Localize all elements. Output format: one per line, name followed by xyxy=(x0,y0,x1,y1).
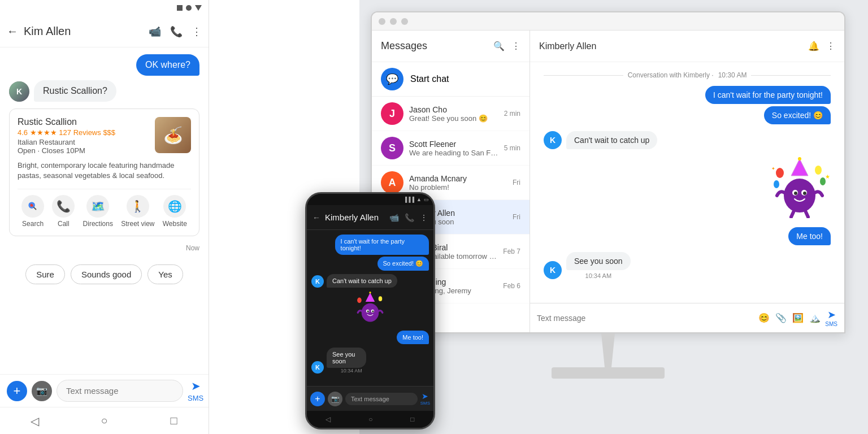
desktop-background: Messages 🔍 ⋮ 💬 Start chat xyxy=(359,0,868,434)
conv-info-scott: Scott Fleener We are heading to San Fran… xyxy=(409,140,498,157)
nav-bar: ◁ ○ □ xyxy=(0,407,209,434)
center-add-button[interactable]: + xyxy=(310,392,325,406)
recents-nav-button[interactable]: □ xyxy=(164,411,184,431)
center-home-nav[interactable]: ○ xyxy=(368,415,372,423)
send-icon: ➤ xyxy=(191,379,201,393)
center-back-nav[interactable]: ◁ xyxy=(326,415,331,423)
center-nav-bar: ◁ ○ □ xyxy=(307,411,433,428)
desktop-send-icon: ➤ xyxy=(827,309,836,321)
desktop-received-row-2: K See you soon 10:34 AM xyxy=(544,252,631,279)
conv-item-scott[interactable]: S Scott Fleener We are heading to San Fr… xyxy=(372,131,530,166)
conversation-timestamp: Conversation with Kimberly · 10:30 AM xyxy=(544,71,831,79)
smart-reply-sure[interactable]: Sure xyxy=(25,264,65,284)
phone-header: ← Kim Allen 📹 📞 ⋮ xyxy=(0,16,209,47)
sidebar-more-icon[interactable]: ⋮ xyxy=(511,41,520,51)
image-icon[interactable]: 🏔️ xyxy=(809,313,821,323)
call-action[interactable]: 📞 Call xyxy=(52,195,75,228)
desktop-message-input[interactable] xyxy=(537,314,754,323)
smart-replies: Sure Sounds good Yes xyxy=(0,259,209,290)
center-avatar-1: K xyxy=(311,275,324,288)
svg-point-7 xyxy=(815,166,822,175)
center-phone-icon[interactable]: 📞 xyxy=(405,213,414,222)
attachment-icon[interactable]: 📎 xyxy=(775,313,787,323)
input-bar: + 📷 ➤ SMS xyxy=(0,374,209,407)
received-bubble-1: Rustic Scallion? xyxy=(34,80,116,102)
search-action[interactable]: Search xyxy=(21,195,44,228)
center-sent-3: Me too! xyxy=(397,331,429,344)
gif-icon[interactable]: 🖼️ xyxy=(792,313,804,323)
center-back-button[interactable]: ← xyxy=(313,213,320,222)
conv-avatar-scott: S xyxy=(381,137,403,159)
home-nav-button[interactable]: ○ xyxy=(94,411,115,431)
svg-marker-17 xyxy=(366,293,375,302)
place-description: Bright, contemporary locale featuring ha… xyxy=(18,160,191,181)
place-card: Rustic Scallion 4.6 ★★★★ 127 Reviews $$$… xyxy=(9,108,199,236)
contact-name: Kim Allen xyxy=(24,25,143,38)
center-sticker xyxy=(353,291,387,327)
sent-group-1: I can't wait for the party tonight! So e… xyxy=(544,86,831,124)
website-label: Website xyxy=(163,220,187,228)
send-button[interactable]: ➤ SMS xyxy=(188,379,203,402)
center-msg-time: 10:34 AM xyxy=(327,368,376,374)
header-icons: 📹 📞 ⋮ xyxy=(149,25,202,38)
desktop-sent-bubble-2: So excited! 😊 xyxy=(764,106,831,124)
center-header-icons: 📹 📞 ⋮ xyxy=(389,213,428,222)
main-contact-name: Kimberly Allen xyxy=(539,41,596,51)
svg-point-14 xyxy=(803,192,806,195)
svg-line-3 xyxy=(34,207,36,210)
center-send-button[interactable]: ➤ SMS xyxy=(420,392,430,406)
add-button[interactable]: + xyxy=(7,381,27,401)
start-chat-label: Start chat xyxy=(410,74,449,84)
svg-point-10 xyxy=(784,179,815,212)
main-header: Kimberly Allen 🔔 ⋮ xyxy=(530,31,844,62)
conv-preview-jason: Great! See you soon 😊 xyxy=(409,114,498,123)
smart-reply-sounds-good[interactable]: Sounds good xyxy=(71,264,142,284)
sidebar-title: Messages xyxy=(381,40,427,52)
desktop-send-button[interactable]: ➤ SMS xyxy=(825,309,837,327)
conv-avatar-jason: J xyxy=(381,102,403,125)
center-header: ← Kimberly Allen 📹 📞 ⋮ xyxy=(307,205,433,230)
center-chat: I can't wait for the party tonight! So e… xyxy=(307,230,433,386)
camera-button[interactable]: 📷 xyxy=(32,381,52,401)
website-icon: 🌐 xyxy=(163,195,186,218)
message-input[interactable] xyxy=(57,380,183,402)
emoji-icon[interactable]: 😊 xyxy=(758,313,770,323)
main-more-icon[interactable]: ⋮ xyxy=(826,41,835,51)
desktop-avatar-2: K xyxy=(544,261,562,279)
place-info: Rustic Scallion 4.6 ★★★★ 127 Reviews $$$… xyxy=(18,117,149,155)
center-monster-svg xyxy=(353,291,387,325)
sidebar-search-icon[interactable]: 🔍 xyxy=(493,41,505,51)
desktop-avatar-1: K xyxy=(544,131,562,149)
streetview-action[interactable]: 🚶 Street view xyxy=(121,195,154,228)
center-wifi: ▲ xyxy=(416,197,422,202)
website-action[interactable]: 🌐 Website xyxy=(163,195,187,228)
svg-point-21 xyxy=(362,303,379,322)
svg-text:✦: ✦ xyxy=(771,166,775,171)
conv-item-jason[interactable]: J Jason Cho Great! See you soon 😊 2 min xyxy=(372,97,530,131)
video-call-icon[interactable]: 📹 xyxy=(149,25,161,38)
center-video-icon[interactable]: 📹 xyxy=(389,213,399,222)
conv-time-julien: Feb 7 xyxy=(503,248,520,255)
received-group-2: K See you soon 10:34 AM xyxy=(544,252,831,279)
center-recents-nav[interactable]: □ xyxy=(410,415,414,423)
sender-avatar: K xyxy=(9,81,29,102)
directions-action[interactable]: 🗺️ Directions xyxy=(83,195,113,228)
center-screen: ▐▐▐ ▲ ▭ ← Kimberly Allen 📹 📞 ⋮ I can't w… xyxy=(307,194,433,428)
main-chat-messages: Conversation with Kimberly · 10:30 AM I … xyxy=(530,62,844,303)
center-send-icon: ➤ xyxy=(422,392,428,401)
center-text-input[interactable]: Text message xyxy=(345,393,418,405)
phone-call-icon[interactable]: 📞 xyxy=(170,25,183,38)
center-camera-button[interactable]: 📷 xyxy=(328,392,342,406)
back-nav-button[interactable]: ◁ xyxy=(25,411,45,431)
center-more-icon[interactable]: ⋮ xyxy=(420,213,428,222)
start-chat-icon: 💬 xyxy=(381,68,403,90)
notification-icon[interactable]: 🔔 xyxy=(808,41,819,51)
smart-reply-yes[interactable]: Yes xyxy=(147,264,183,284)
svg-point-18 xyxy=(369,292,371,293)
more-options-icon[interactable]: ⋮ xyxy=(192,25,202,38)
phone-left: ← Kim Allen 📹 📞 ⋮ OK where? K Rustic Sca… xyxy=(0,0,209,434)
center-contact-name: Kimberly Allen xyxy=(325,212,385,222)
titlebar-dot-3 xyxy=(401,18,408,25)
back-button[interactable]: ← xyxy=(7,25,18,38)
start-chat-item[interactable]: 💬 Start chat xyxy=(372,62,530,97)
